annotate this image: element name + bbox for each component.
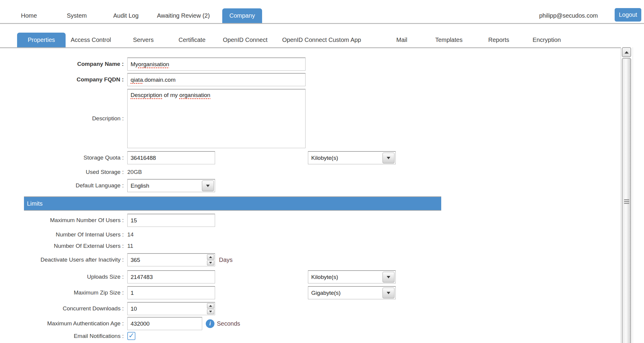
storage-quota-row: Storage Quota : Kilobyte(s) [0,151,621,164]
max-zip-size-row: Maximum Zip Size : Gigabyte(s) [0,286,621,299]
properties-form: Company Name : My organisation Company F… [0,48,621,340]
email-notifications-row: Email Notifications : ✓ [0,332,621,340]
max-zip-size-unit-select[interactable]: Gigabyte(s) [308,286,396,299]
default-language-dropdown-arrow-icon[interactable] [202,180,214,191]
uploads-size-unit-value: Kilobyte(s) [311,274,338,280]
used-storage-value: 20GB [127,169,142,175]
default-language-select[interactable]: English [127,179,215,192]
concurrent-downloads-row: Concurrent Downloads : [0,302,621,315]
internal-users-value: 14 [127,231,134,238]
internal-users-row: Number Of Internal Users : 14 [0,230,621,239]
email-notifications-label: Email Notifications : [0,333,124,339]
company-name-label: Company Name : [0,61,124,67]
storage-quota-unit-dropdown-arrow-icon[interactable] [383,153,394,163]
info-icon[interactable]: i [206,319,214,328]
tab-servers[interactable]: Servers [133,33,154,47]
description-textarea[interactable]: Descpription of my organisation [127,89,306,148]
scrollbar-track-right-border [633,47,633,343]
used-storage-row: Used Storage : 20GB [0,168,621,177]
internal-users-label: Number Of Internal Users : [0,231,124,238]
uploads-size-input[interactable] [127,270,215,283]
external-users-row: Number Of External Users : 11 [0,242,621,250]
description-label: Description : [0,115,124,122]
storage-quota-unit-value: Kilobyte(s) [311,155,338,161]
default-language-label: Default Language : [0,182,124,189]
concurrent-downloads-label: Concurrent Downloads : [0,305,124,312]
max-auth-age-label: Maximum Authentication Age : [0,320,124,327]
description-misspelled-word-1: Descpription [131,92,162,98]
company-fqdn-value: .domain.com [143,77,176,83]
logout-button[interactable]: Logout [615,8,641,22]
max-users-label: Maximum Number Of Users : [0,217,124,224]
company-fqdn-misspelled-word: qiata [131,77,143,83]
nav-item-company-active[interactable]: Company [222,8,262,23]
email-notifications-checkbox[interactable]: ✓ [127,332,135,340]
tab-properties-active[interactable]: Properties [17,33,66,47]
description-misspelled-word-2: organisation [179,92,211,98]
deactivate-inactivity-input[interactable] [128,254,206,266]
max-auth-age-row: Maximum Authentication Age : i Seconds [0,317,621,330]
tab-openid-connect-custom-app[interactable]: OpenID Connect Custom App [282,33,361,47]
tab-access-control[interactable]: Access Control [71,33,111,47]
deactivate-inactivity-unit: Days [219,257,233,263]
max-users-input[interactable] [127,214,215,227]
deactivate-inactivity-row: Deactivate Users after Inactivity : Days [0,253,621,266]
tab-encryption[interactable]: Encryption [533,33,561,47]
top-nav: Home System Audit Log Awaiting Review (2… [0,0,644,24]
max-zip-size-label: Maximum Zip Size : [0,289,124,296]
concurrent-downloads-input[interactable] [128,303,206,315]
deactivate-inactivity-spinner[interactable] [127,253,215,266]
tab-certificate[interactable]: Certificate [179,33,205,47]
company-name-value: My [131,61,138,68]
company-fqdn-row: Company FQDN : qiata.domain.com [0,73,621,86]
max-users-row: Maximum Number Of Users : [0,214,621,227]
storage-quota-label: Storage Quota : [0,154,124,161]
company-name-input[interactable]: My organisation [127,57,306,71]
uploads-size-unit-dropdown-arrow-icon[interactable] [383,272,394,283]
user-email: philipp@secudos.com [539,8,598,23]
content-right-border [621,47,621,343]
limits-section-header: Limits [24,196,441,211]
nav-item-awaiting-review[interactable]: Awaiting Review (2) [157,8,210,23]
concurrent-downloads-spinner[interactable] [127,302,215,315]
max-zip-size-unit-value: Gigabyte(s) [311,290,341,296]
nav-item-system[interactable]: System [67,8,87,23]
nav-item-home[interactable]: Home [21,8,37,23]
default-language-value: English [131,183,149,189]
uploads-size-label: Uploads Size : [0,274,124,280]
scrollbar-up-button[interactable] [622,47,631,57]
tab-mail[interactable]: Mail [396,33,407,47]
uploads-size-row: Uploads Size : Kilobyte(s) [0,270,621,283]
company-name-row: Company Name : My organisation [0,57,621,71]
company-fqdn-label: Company FQDN : [0,76,124,83]
concurrent-downloads-spin-up-button[interactable] [207,303,214,309]
tab-templates[interactable]: Templates [435,33,462,47]
storage-quota-unit-select[interactable]: Kilobyte(s) [308,151,396,164]
max-auth-age-input[interactable] [127,317,202,330]
max-zip-size-unit-dropdown-arrow-icon[interactable] [383,288,394,298]
company-section-tabs: Properties Access Control Servers Certif… [0,28,621,48]
tab-reports[interactable]: Reports [488,33,509,47]
company-name-misspelled-word: organisation [138,61,169,68]
deactivate-inactivity-spin-down-button[interactable] [207,260,214,266]
storage-quota-input[interactable] [127,151,215,164]
scrollbar-grip-icon [624,199,629,204]
external-users-label: Number Of External Users : [0,243,124,249]
default-language-row: Default Language : English [0,179,621,192]
max-auth-age-unit: Seconds [217,320,240,327]
nav-item-audit-log[interactable]: Audit Log [113,8,139,23]
external-users-value: 11 [127,243,133,249]
description-value-mid: of my [162,92,179,98]
company-fqdn-input[interactable]: qiata.domain.com [127,73,306,86]
scrollbar-thumb[interactable] [622,58,631,343]
deactivate-inactivity-label: Deactivate Users after Inactivity : [0,257,124,263]
checkmark-icon: ✓ [128,332,134,339]
used-storage-label: Used Storage : [0,169,124,175]
uploads-size-unit-select[interactable]: Kilobyte(s) [308,270,396,283]
concurrent-downloads-spin-down-button[interactable] [207,309,214,315]
description-row: Description : Descpription of my organis… [0,89,621,148]
company-settings-page: Home System Audit Log Awaiting Review (2… [0,0,644,343]
max-zip-size-input[interactable] [127,286,215,299]
tab-openid-connect[interactable]: OpenID Connect [223,33,267,47]
deactivate-inactivity-spin-up-button[interactable] [207,254,214,260]
